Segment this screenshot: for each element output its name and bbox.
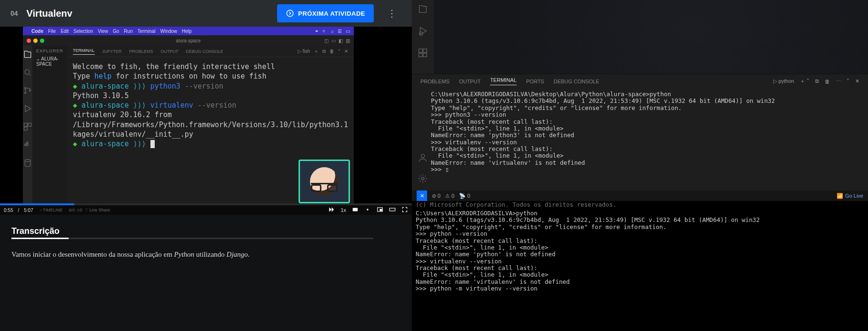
battery-icon: ▭ bbox=[346, 29, 350, 34]
layout-customize-icon[interactable]: ▥ bbox=[346, 38, 350, 43]
window-close-icon[interactable] bbox=[27, 39, 31, 43]
tab-problems[interactable]: PROBLEMS bbox=[130, 49, 153, 54]
close-panel-icon[interactable]: ✕ bbox=[855, 78, 859, 84]
svg-rect-19 bbox=[423, 49, 427, 52]
svg-point-13 bbox=[367, 209, 369, 211]
status-ports[interactable]: 📡 0 bbox=[459, 193, 470, 199]
maximize-panel-icon[interactable]: ˄ bbox=[847, 78, 849, 84]
menu-window[interactable]: Window bbox=[160, 29, 178, 34]
tab-debug-console[interactable]: DEBUG CONSOLE bbox=[554, 79, 599, 84]
window-maximize-icon[interactable] bbox=[40, 39, 44, 43]
layout-toggle-icon[interactable]: ◫ bbox=[324, 38, 329, 43]
extensions-icon[interactable] bbox=[23, 122, 32, 133]
video-time-current: 0:55 bbox=[4, 208, 13, 213]
svg-point-0 bbox=[287, 10, 293, 17]
more-icon[interactable]: ⋯ bbox=[836, 78, 841, 84]
bluetooth-icon: ⚭ bbox=[315, 29, 319, 34]
search-icon: ⌕ bbox=[331, 29, 334, 34]
explorer-icon[interactable] bbox=[23, 50, 32, 61]
maximize-panel-icon[interactable]: ˄ bbox=[338, 49, 340, 54]
accounts-icon[interactable] bbox=[418, 152, 428, 165]
tab-jupyter[interactable]: JUPYTER bbox=[102, 49, 122, 54]
svg-point-1 bbox=[25, 70, 30, 74]
pip-icon[interactable] bbox=[377, 206, 383, 214]
shell-python-icon[interactable]: ▷ python bbox=[773, 78, 794, 84]
search-icon[interactable] bbox=[23, 68, 32, 79]
layout-panel-icon[interactable]: ▭ bbox=[331, 38, 336, 43]
menu-file[interactable]: File bbox=[48, 29, 56, 34]
svg-rect-20 bbox=[419, 53, 422, 57]
menu-view[interactable]: View bbox=[98, 29, 109, 34]
panel-tabs: TERMINAL JUPYTER PROBLEMS OUTPUT DEBUG C… bbox=[67, 46, 354, 57]
window-minimize-icon[interactable] bbox=[33, 39, 38, 43]
kill-terminal-icon[interactable]: 🗑 bbox=[825, 79, 830, 84]
menu-run[interactable]: Run bbox=[124, 29, 132, 34]
svg-rect-21 bbox=[423, 53, 427, 57]
external-terminal-output[interactable]: C:\Users\ALEXRODRIGODASILVA>python Pytho… bbox=[412, 208, 868, 331]
menu-edit[interactable]: Edit bbox=[60, 29, 69, 34]
integrated-terminal-output[interactable]: C:\Users\ALEXRODRIGODASILVA\Desktop\Alur… bbox=[412, 88, 868, 191]
split-terminal-icon[interactable]: ⧉ bbox=[322, 49, 326, 54]
explorer-icon[interactable] bbox=[418, 4, 428, 16]
window-title: alura-space bbox=[176, 38, 200, 43]
extensions-icon[interactable] bbox=[418, 48, 428, 60]
run-debug-icon[interactable] bbox=[23, 104, 32, 115]
shell-fish-icon[interactable]: ▷ fish bbox=[298, 49, 310, 54]
captions-icon[interactable] bbox=[352, 206, 359, 214]
ms-copyright: (c) Microsoft Corporation. Todos os dire… bbox=[412, 201, 868, 208]
more-menu-icon[interactable]: ⋮ bbox=[382, 8, 401, 19]
menu-terminal[interactable]: Terminal bbox=[138, 29, 156, 34]
docker-icon[interactable] bbox=[23, 140, 32, 151]
svg-point-23 bbox=[421, 177, 424, 180]
settings-gear-icon[interactable] bbox=[364, 206, 371, 214]
menu-selection[interactable]: Selection bbox=[73, 29, 93, 34]
go-live-button[interactable]: 📶 Go Live bbox=[837, 193, 863, 199]
lesson-number: 04 bbox=[10, 10, 18, 17]
control-center-icon: ☰ bbox=[338, 29, 342, 34]
macos-menubar: Code File Edit Selection View Go Run Ter… bbox=[23, 27, 354, 35]
tab-output[interactable]: OUTPUT bbox=[459, 79, 480, 84]
explorer-folder[interactable]: ⌄ ALURA-SPACE bbox=[36, 56, 63, 67]
menu-help[interactable]: Help bbox=[182, 29, 192, 34]
menu-go[interactable]: Go bbox=[113, 29, 119, 34]
tab-terminal[interactable]: TERMINAL bbox=[490, 77, 517, 85]
lesson-title: Virtualenv bbox=[27, 8, 72, 19]
fullscreen-icon[interactable] bbox=[401, 206, 408, 214]
tab-output[interactable]: OUTPUT bbox=[161, 49, 179, 54]
tab-ports[interactable]: PORTS bbox=[526, 79, 544, 84]
new-terminal-icon[interactable]: ＋ ˅ bbox=[800, 78, 809, 85]
theater-icon[interactable] bbox=[389, 206, 396, 214]
run-debug-icon[interactable] bbox=[418, 26, 428, 38]
timeline-label: TIMELINE bbox=[43, 208, 63, 212]
panel-tabs: PROBLEMS OUTPUT TERMINAL PORTS DEBUG CON… bbox=[412, 74, 868, 88]
tab-debug-console[interactable]: DEBUG CONSOLE bbox=[186, 49, 224, 54]
activity-bar bbox=[412, 0, 434, 74]
next-activity-button[interactable]: PRÓXIMA ATIVIDADE bbox=[277, 4, 374, 22]
close-panel-icon[interactable]: ✕ bbox=[344, 49, 348, 54]
kill-terminal-icon[interactable]: 🗑 bbox=[329, 49, 334, 54]
svg-rect-5 bbox=[24, 123, 28, 127]
split-terminal-icon[interactable]: ⧉ bbox=[815, 78, 819, 84]
svg-rect-15 bbox=[380, 209, 382, 211]
remote-indicator-icon[interactable]: ✕ bbox=[417, 191, 427, 201]
instructor-picture-in-picture bbox=[299, 160, 350, 203]
tab-problems[interactable]: PROBLEMS bbox=[420, 79, 449, 84]
lesson-header: 04 Virtualenv PRÓXIMA ATIVIDADE ⋮ bbox=[0, 0, 412, 27]
transcript-heading: Transcrição bbox=[11, 226, 60, 239]
svg-point-3 bbox=[24, 92, 26, 93]
svg-rect-16 bbox=[389, 208, 395, 211]
activity-bar bbox=[23, 46, 32, 205]
new-terminal-icon[interactable]: ＋ bbox=[314, 48, 319, 55]
layout-sidebar-icon[interactable]: ◧ bbox=[339, 38, 343, 43]
editor-empty-area bbox=[434, 0, 868, 74]
status-warnings[interactable]: ⚠ 0 bbox=[445, 193, 454, 199]
status-errors[interactable]: ⊘ 0 bbox=[432, 193, 440, 199]
lesson-panel: 04 Virtualenv PRÓXIMA ATIVIDADE ⋮ Code F… bbox=[0, 0, 412, 331]
database-icon[interactable] bbox=[23, 158, 32, 170]
skip-forward-icon[interactable] bbox=[328, 206, 335, 214]
source-control-icon[interactable] bbox=[23, 86, 32, 97]
settings-gear-icon[interactable] bbox=[418, 173, 428, 186]
wifi-icon: ᯤ bbox=[322, 29, 327, 34]
tab-terminal[interactable]: TERMINAL bbox=[73, 48, 95, 55]
playback-speed[interactable]: 1x bbox=[340, 207, 346, 213]
